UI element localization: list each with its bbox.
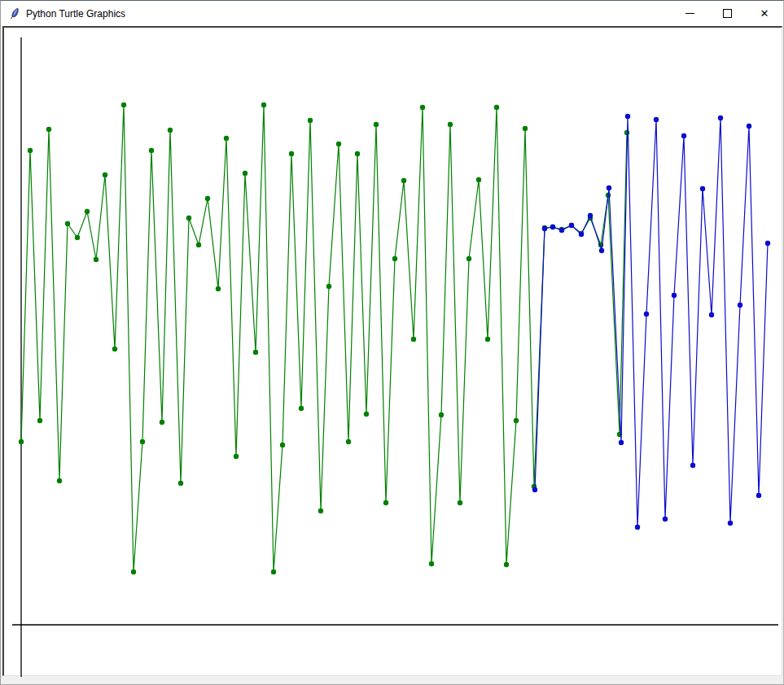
minimize-button[interactable] — [671, 1, 708, 26]
close-button[interactable]: ✕ — [746, 1, 783, 26]
window-title: Python Turtle Graphics — [26, 7, 125, 20]
maximize-button[interactable] — [708, 1, 746, 26]
tk-feather-icon — [8, 7, 21, 20]
turtle-graphics-window: Python Turtle Graphics ✕ — [0, 0, 784, 685]
close-icon: ✕ — [760, 8, 769, 19]
turtle-canvas — [2, 26, 782, 676]
maximize-icon — [723, 9, 732, 18]
minimize-icon — [685, 13, 694, 14]
window-controls: ✕ — [671, 1, 783, 26]
title-bar[interactable]: Python Turtle Graphics ✕ — [1, 1, 783, 26]
